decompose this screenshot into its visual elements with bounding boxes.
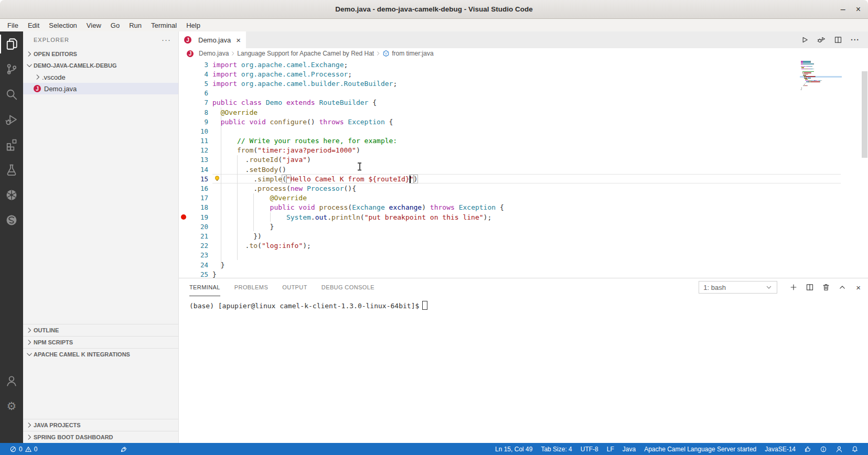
minimap-line <box>805 83 806 84</box>
glyph-margin[interactable] <box>179 241 189 251</box>
activity-item-test[interactable] <box>0 157 23 182</box>
sidebar-section-outline[interactable]: OUTLINE <box>23 324 178 336</box>
activity-item-search[interactable] <box>0 82 23 107</box>
editor-scrollbar[interactable] <box>861 59 868 278</box>
glyph-margin[interactable] <box>179 146 189 155</box>
status-camel-ls-status[interactable]: Apache Camel Language Server started <box>640 446 760 453</box>
status-problems[interactable]: 00 <box>5 443 41 455</box>
status-java-server-mode[interactable] <box>116 443 132 455</box>
activity-item-source-control[interactable] <box>0 57 23 82</box>
menu-item-view[interactable]: View <box>82 19 106 31</box>
glyph-margin[interactable] <box>179 98 189 107</box>
debug-run-icon[interactable] <box>817 36 826 44</box>
status-java-runtime[interactable]: JavaSE-14 <box>760 446 800 453</box>
terminal-shell-select[interactable]: 1: bash <box>699 281 777 294</box>
shell-select-value: 1: bash <box>703 284 726 291</box>
glyph-margin[interactable] <box>179 60 189 69</box>
glyph-margin[interactable] <box>179 251 189 260</box>
info-icon <box>820 446 827 453</box>
status-notifications[interactable] <box>847 446 863 453</box>
activity-item-accounts[interactable] <box>0 369 23 394</box>
status-accounts[interactable] <box>831 446 847 453</box>
glyph-margin[interactable] <box>179 193 189 203</box>
menu-item-file[interactable]: File <box>3 19 23 31</box>
glyph-margin[interactable] <box>179 222 189 231</box>
status-indentation[interactable]: Tab Size: 4 <box>537 446 576 453</box>
status-language-mode[interactable]: Java <box>618 446 640 453</box>
sidebar-section-npm-scripts[interactable]: NPM SCRIPTS <box>23 336 178 348</box>
glyph-margin[interactable] <box>179 231 189 241</box>
activity-item-settings[interactable]: ⚙ <box>0 394 23 419</box>
sidebar-section-spring-boot-dashboard[interactable]: SPRING BOOT DASHBOARD <box>23 431 178 443</box>
more-actions-icon[interactable]: ··· <box>851 36 860 44</box>
menu-item-edit[interactable]: Edit <box>23 19 44 31</box>
menu-item-help[interactable]: Help <box>181 19 205 31</box>
status-info[interactable] <box>816 446 831 453</box>
tree-item-demo-java[interactable]: JDemo.java <box>23 83 178 94</box>
glyph-margin[interactable] <box>179 212 189 222</box>
glyph-margin[interactable] <box>179 79 189 88</box>
split-editor-icon[interactable] <box>834 36 842 44</box>
more-actions-icon[interactable]: ··· <box>162 38 171 42</box>
glyph-margin[interactable] <box>179 117 189 126</box>
activity-item-kubernetes[interactable] <box>0 182 23 208</box>
status-encoding[interactable]: UTF-8 <box>576 446 603 453</box>
activity-item-explorer[interactable] <box>0 31 23 57</box>
activity-item-extensions[interactable] <box>0 132 23 157</box>
panel-tab-debug-console[interactable]: DEBUG CONSOLE <box>322 278 374 296</box>
terminal[interactable]: (base) [apupier@linux camel-k-client-1.3… <box>179 296 868 443</box>
glyph-margin[interactable] <box>179 165 189 174</box>
menu-item-run[interactable]: Run <box>124 19 146 31</box>
glyph-margin[interactable] <box>179 126 189 136</box>
glyph-margin[interactable] <box>179 174 189 183</box>
menu-item-selection[interactable]: Selection <box>44 19 81 31</box>
glyph-margin[interactable] <box>179 89 189 98</box>
lightbulb-icon[interactable] <box>213 175 221 182</box>
section-label: OUTLINE <box>34 327 59 333</box>
scrollbar-thumb[interactable] <box>862 71 867 158</box>
glyph-margin[interactable] <box>179 260 189 269</box>
glyph-margin[interactable] <box>179 136 189 146</box>
sidebar-section-demo-java-camelk-debug[interactable]: DEMO-JAVA-CAMELK-DEBUG <box>23 60 178 71</box>
activity-item-spring[interactable] <box>0 208 23 233</box>
breakpoint-indicator[interactable] <box>181 214 186 220</box>
glyph-margin[interactable] <box>179 183 189 193</box>
status-eol[interactable]: LF <box>603 446 618 453</box>
status-cursor-position[interactable]: Ln 15, Col 49 <box>491 446 537 453</box>
close-button[interactable]: × <box>856 5 861 14</box>
minimap[interactable] <box>800 61 842 93</box>
minimap-line <box>815 76 816 77</box>
panel-tab-output[interactable]: OUTPUT <box>282 278 307 296</box>
glyph-margin[interactable] <box>179 69 189 79</box>
minimize-button[interactable]: – <box>841 5 845 14</box>
line-number: 15 <box>189 175 208 183</box>
code-editor[interactable]: 3import org.apache.camel.Exchange;4impor… <box>179 59 868 278</box>
breadcrumb-item-0[interactable]: JDemo.java <box>187 50 229 57</box>
new-terminal-icon[interactable] <box>789 283 798 291</box>
tab-demo-java[interactable]: J Demo.java × <box>179 31 246 48</box>
minimap-line <box>806 76 815 77</box>
close-panel-icon[interactable]: × <box>856 283 861 292</box>
glyph-margin[interactable] <box>179 107 189 117</box>
glyph-margin[interactable] <box>179 203 189 212</box>
tree-item--vscode[interactable]: .vscode <box>23 71 178 83</box>
line-number: 21 <box>189 232 208 240</box>
run-icon[interactable] <box>800 36 809 44</box>
maximize-panel-icon[interactable] <box>838 283 846 291</box>
glyph-margin[interactable] <box>179 269 189 278</box>
panel-tab-terminal[interactable]: TERMINAL <box>189 278 220 296</box>
breadcrumb-item-1[interactable]: Language Support for Apache Camel by Red… <box>237 50 374 57</box>
activity-item-run-debug[interactable] <box>0 107 23 132</box>
status-feedback[interactable] <box>800 446 816 453</box>
sidebar-section-apache-camel-k-integrations[interactable]: APACHE CAMEL K INTEGRATIONS <box>23 348 178 360</box>
glyph-margin[interactable] <box>179 155 189 165</box>
breadcrumb-item-2[interactable]: from timer:java <box>382 50 433 57</box>
close-icon[interactable]: × <box>236 36 241 45</box>
split-terminal-icon[interactable] <box>806 283 814 291</box>
menu-item-go[interactable]: Go <box>106 19 124 31</box>
sidebar-section-open-editors[interactable]: OPEN EDITORS <box>23 48 178 60</box>
menu-item-terminal[interactable]: Terminal <box>146 19 181 31</box>
sidebar-section-java-projects[interactable]: JAVA PROJECTS <box>23 419 178 431</box>
kill-terminal-icon[interactable] <box>822 283 830 291</box>
panel-tab-problems[interactable]: PROBLEMS <box>234 278 268 296</box>
